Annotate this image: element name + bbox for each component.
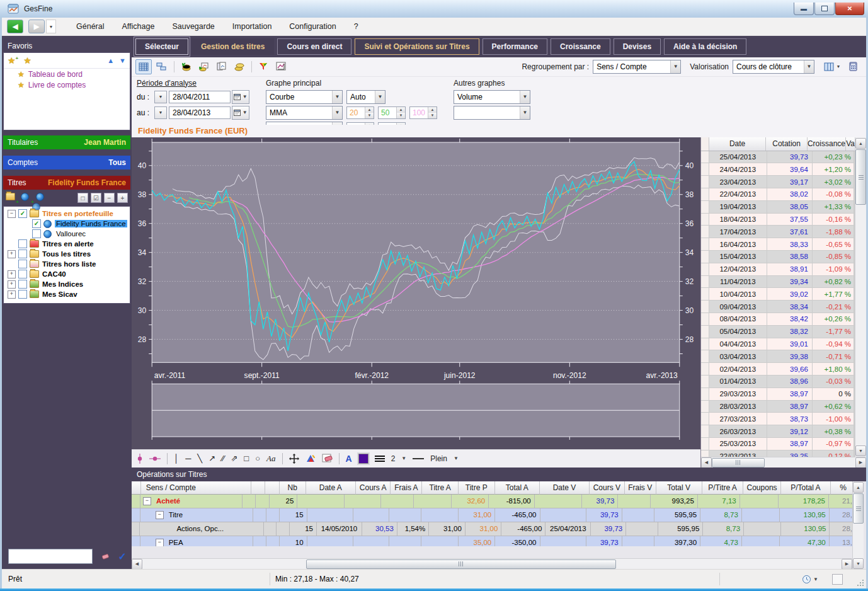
chevron-down-icon[interactable]: ▼ <box>454 456 459 461</box>
tree-item-fidelity-funds-france[interactable]: ✓Fidelity Funds France <box>4 219 130 229</box>
quote-row[interactable]: 24/04/201339,64+1,20 % <box>701 163 855 176</box>
checkbox[interactable] <box>18 280 27 289</box>
collapse-icon[interactable]: − <box>156 511 164 519</box>
expand-all-button[interactable]: + <box>117 193 128 203</box>
calendar-icon[interactable]: ▼ <box>232 90 249 104</box>
remove-favorite-icon[interactable]: ★ <box>23 55 31 66</box>
quote-row[interactable]: 03/04/201339,38-0,71 % <box>701 350 855 363</box>
tab-aide-a-la-decision[interactable]: Aide à la décision <box>664 38 746 55</box>
ops-column-header-frais-v[interactable]: Frais V <box>625 481 656 495</box>
import-cotations-icon[interactable] <box>178 59 194 74</box>
menu-item-[interactable]: ? <box>345 20 367 33</box>
eraser-icon[interactable] <box>101 552 111 561</box>
import-cours-icon[interactable] <box>195 59 212 74</box>
tree-expander-icon[interactable]: + <box>8 250 16 258</box>
quote-row[interactable]: 10/04/201339,02+1,77 % <box>701 288 855 301</box>
menu-item-affichage[interactable]: Affichage <box>113 20 163 33</box>
quote-row[interactable]: 27/03/201338,73-1,00 % <box>701 413 855 425</box>
ops-column-header-date-a[interactable]: Date A <box>306 481 356 495</box>
ops-column-header-p-titre-a[interactable]: P/Titre A <box>702 481 743 495</box>
move-down-icon[interactable]: ▼ <box>119 57 126 64</box>
color-picker-icon[interactable] <box>358 454 368 464</box>
menu-item-configuration[interactable]: Configuration <box>280 20 345 33</box>
checkbox[interactable] <box>18 270 27 278</box>
quotes-table[interactable]: DateCotationCroissanceVa 25/04/201339,73… <box>701 137 855 457</box>
menu-item-sauvegarde[interactable]: Sauvegarde <box>163 20 223 33</box>
parallel-arrow-tool-icon[interactable]: ⇗ <box>231 454 237 462</box>
quote-row[interactable]: 28/03/201338,97+0,62 % <box>701 401 855 413</box>
quotes-horizontal-scrollbar[interactable]: ◀ ▶ <box>701 457 866 468</box>
quotes-column-header-croissance[interactable]: Croissance <box>808 137 846 151</box>
horizontal-line-tool-icon[interactable]: ─ <box>185 454 191 462</box>
operations-row-pea[interactable]: −PEA1035,00-350,0039,73397,304,7347,3013… <box>132 536 852 546</box>
checkbox[interactable] <box>18 290 27 299</box>
ops-column-header-total-v[interactable]: Total V <box>656 481 702 495</box>
graph-type-select[interactable]: Courbe▼ <box>266 90 343 104</box>
quote-row[interactable]: 04/04/201339,01-0,94 % <box>701 338 855 351</box>
check-all-button[interactable]: ☑ <box>91 193 101 203</box>
uncheck-all-button[interactable]: □ <box>77 193 88 203</box>
checkbox[interactable] <box>18 239 27 248</box>
quote-row[interactable]: 25/04/201339,73+0,23 % <box>701 151 855 164</box>
quotes-column-header-date[interactable]: Date <box>709 137 767 151</box>
close-button[interactable]: ✕ <box>835 3 864 15</box>
checkbox[interactable] <box>32 229 41 238</box>
mma-select[interactable]: MMA▼ <box>266 106 343 120</box>
font-icon[interactable]: A <box>346 454 352 463</box>
operations-row-achete[interactable]: −Acheté2532,60-815,0039,73993,257,13178,… <box>132 495 852 508</box>
resize-grip[interactable] <box>857 579 865 587</box>
comptes-band[interactable]: Comptes Tous <box>3 156 130 169</box>
tree-item-tous-les-titres[interactable]: +Tous les titres <box>4 249 130 259</box>
checkbox[interactable]: ✓ <box>32 219 41 228</box>
ops-column-header-date-v[interactable]: Date V <box>540 481 590 495</box>
tree-item-titres-en-portefeuille[interactable]: −✓Titres en portefeuille <box>4 209 130 219</box>
operations-vertical-scrollbar[interactable]: ▲ ▼ <box>852 481 864 570</box>
chevron-down-icon[interactable]: ▼ <box>401 456 406 461</box>
rectangle-tool-icon[interactable]: □ <box>244 454 249 462</box>
line-width-icon[interactable] <box>375 456 385 462</box>
secondary-graph2-select[interactable]: ▼ <box>454 106 530 120</box>
line-style-icon[interactable] <box>413 458 424 459</box>
clock-icon[interactable]: ▼ <box>802 575 818 584</box>
back-button[interactable]: ◀ <box>7 20 23 33</box>
validate-icon[interactable]: ✓ <box>118 551 127 563</box>
tree-expander-icon[interactable]: + <box>8 290 16 299</box>
price-chart[interactable]: 2828303032323434363638384040avr.-2011sep… <box>132 137 700 449</box>
hierarchy-view-icon[interactable] <box>153 59 169 74</box>
ops-column-header-coupons[interactable]: Coupons <box>743 481 781 495</box>
arrow-tool-icon[interactable]: ↗ <box>208 454 215 462</box>
tab-gestion-des-titres[interactable]: Gestion des titres <box>191 38 274 55</box>
columns-chooser-icon[interactable]: ▼ <box>821 59 843 74</box>
add-folder-icon[interactable]: + <box>6 193 17 203</box>
vertical-line-tool-icon[interactable]: │ <box>174 454 179 462</box>
tree-item-titres-hors-liste[interactable]: Titres hors liste <box>4 259 130 269</box>
scale-select[interactable]: Auto▼ <box>346 90 385 104</box>
calculator-icon[interactable] <box>845 59 861 74</box>
favorite-item-tableau-de-bord[interactable]: ★Tableau de bord <box>4 69 130 79</box>
ops-column-header-p-total-a[interactable]: P/Total A <box>781 481 831 495</box>
quick-search-input[interactable] <box>8 549 93 564</box>
tree-item-vallourec[interactable]: Vallourec <box>4 229 130 239</box>
mma50-spinner[interactable]: 50▲▼ <box>378 106 406 119</box>
au-date-field[interactable]: 28/04/2013 <box>169 106 231 119</box>
mma100-spinner[interactable]: 100▲▼ <box>409 106 437 119</box>
ops-column-header-sens-compte[interactable]: Sens / Compte <box>141 481 251 495</box>
quote-row[interactable]: 26/03/201339,12+0,38 % <box>701 425 855 438</box>
quote-row[interactable]: 17/04/201337,61-1,88 % <box>701 226 855 238</box>
ops-column-header-nb[interactable]: Nb <box>280 481 306 495</box>
quote-row[interactable]: 12/04/201338,91-1,09 % <box>701 263 855 276</box>
operations-row-titre[interactable]: −Titre1531,00-465,0039,73595,958,73130,9… <box>132 508 852 522</box>
au-preset-select[interactable]: ▼ <box>154 106 167 119</box>
checkbox[interactable] <box>18 250 27 258</box>
tab-performance[interactable]: Performance <box>483 38 547 55</box>
import-operations-icon[interactable] <box>213 59 229 74</box>
add-favorite-icon[interactable]: ★+ <box>8 55 18 66</box>
checkbox[interactable]: ✓ <box>18 209 27 218</box>
graph-settings-icon[interactable] <box>273 59 289 74</box>
ops-column-header-titre-p[interactable]: Titre P <box>459 481 495 495</box>
quote-row[interactable]: 08/04/201338,42+0,26 % <box>701 313 855 326</box>
tree-item-cac40[interactable]: +CAC40 <box>4 269 130 279</box>
mma20-spinner[interactable]: 20▲▼ <box>346 106 374 119</box>
tab-croissance[interactable]: Croissance <box>551 38 610 55</box>
calendar-icon[interactable]: ▼ <box>232 106 249 120</box>
